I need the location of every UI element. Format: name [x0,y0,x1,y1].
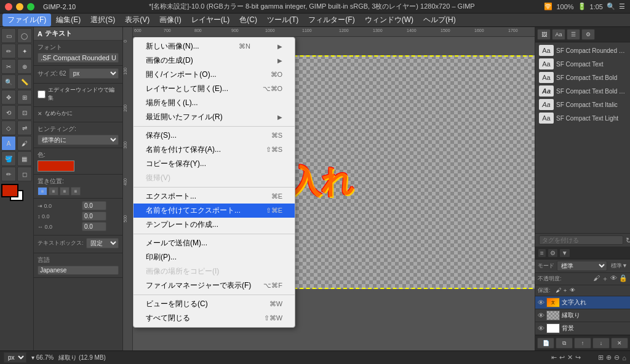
unit-select[interactable]: px [4,352,26,363]
tool-text[interactable]: A [1,136,16,151]
menu-item-recent[interactable]: 最近開いたファイル(R) ▶ [134,110,295,124]
hinting-select[interactable]: 標準的に [38,135,119,145]
tool-measure[interactable]: 📏 [17,74,32,89]
panel-btn-1[interactable]: 🖼 [537,29,551,40]
maximize-button[interactable] [27,3,34,10]
font-item-6[interactable]: Aa SF Compact Text Light [536,111,629,125]
tool-free-select[interactable]: ✏ [1,44,16,58]
panel-btn-3[interactable]: ☰ [567,29,580,40]
menu-item-save-as[interactable]: 名前を付けて保存(A)... ⇧⌘S [134,143,295,157]
menu-item-send-email[interactable]: メールで送信(M)... [134,236,295,250]
menu-layer[interactable]: レイヤー(L) [186,14,235,26]
menu-windows[interactable]: ウィンドウ(W) [360,14,418,26]
menu-image[interactable]: 画像(I) [154,14,186,26]
tool-move[interactable]: ✥ [1,90,16,105]
indent-input[interactable] [82,201,106,210]
tool-eraser[interactable]: ◻ [17,167,32,181]
size-unit-select[interactable]: px [69,68,119,79]
tool-pencil[interactable]: ✏ [1,167,16,181]
layer-item-text[interactable]: 👁 文 文字入れ [535,296,630,309]
panel-btn-2[interactable]: Aa [552,29,565,40]
font-item-3[interactable]: Aa SF Compact Text Bold [536,71,629,84]
nav-home[interactable]: ⌂ [622,354,626,362]
font-item-4[interactable]: Aa SF Compact Text Bold Ita... [536,84,629,98]
nav-zoom-out[interactable]: ⊖ [614,354,620,362]
tool-color-picker[interactable]: 🔍 [1,74,16,89]
menu-item-export-as[interactable]: 名前を付けてエクスポート... ⇧⌘E [134,204,295,218]
menu-item-open-location[interactable]: 場所を開く(L)... [134,96,295,110]
menu-item-open-as-layer[interactable]: レイヤーとして開く(E)... ⌥⌘O [134,82,295,96]
menu-item-close-view[interactable]: ビューを閉じる(C) ⌘W [134,297,295,311]
fg-color-swatch[interactable] [1,184,18,197]
nav-undo[interactable]: ↩ [559,354,565,362]
tool-blend[interactable]: ▦ [17,151,32,166]
tool-perspective[interactable]: ◇ [1,121,16,135]
font-item-2[interactable]: Aa SF Compact Text [536,57,629,71]
text-color-swatch[interactable] [38,160,74,172]
nav-zoom-in[interactable]: ⊕ [606,354,612,362]
menu-icon[interactable]: ☰ [619,2,625,10]
layer-item-bg[interactable]: 👁 背景 [535,322,630,335]
layer-up-btn[interactable]: ↑ [574,338,591,349]
align-left-btn[interactable]: ≡ [38,187,47,196]
menu-item-save-copy[interactable]: コピーを保存(Y)... [134,157,295,171]
menu-item-file-manager[interactable]: ファイルマネージャーで表示(F) ⌥⌘F [134,279,295,293]
layer-new-btn[interactable]: 📄 [537,338,554,349]
menu-filters[interactable]: フィルター(F) [303,14,359,26]
window-controls[interactable] [5,3,34,10]
layer-down-btn[interactable]: ↓ [592,338,610,349]
layer-delete-btn[interactable]: ✕ [611,338,628,349]
tool-fuzzy-select[interactable]: ✦ [17,44,32,58]
menu-item-open[interactable]: 開く/インポート(O)... ⌘O [134,68,295,82]
menu-item-save[interactable]: 保存(S)... ⌘S [134,129,295,143]
tool-bucket[interactable]: 🪣 [1,151,16,166]
tool-scissors[interactable]: ✂ [1,59,16,74]
paint-icon[interactable]: 🖌 [593,274,600,283]
close-button[interactable] [5,3,12,10]
canvas-viewport[interactable]: 文字入れ 新しい画像(N)... ⌘N ▶ 画像の生成(D) ▶ 開 [133,37,535,350]
editor-checkbox[interactable] [38,90,46,98]
tool-align[interactable]: ⊞ [17,90,32,105]
tool-flip[interactable]: ⇌ [17,121,32,135]
tool-rect-select[interactable]: ▭ [1,28,16,43]
align-justify-btn[interactable]: ≡ [71,187,81,196]
add-icon[interactable]: ＋ [602,274,608,283]
linespace-input[interactable] [82,212,106,221]
layer-item-border[interactable]: 👁 縁取り [535,309,630,322]
align-center-btn[interactable]: ≡ [49,187,58,196]
lock-icon[interactable]: 🔒 [619,274,628,283]
menu-item-template[interactable]: テンプレートの作成... [134,218,295,232]
refresh-icon[interactable]: ↻ [626,236,630,245]
menu-item-new[interactable]: 新しい画像(N)... ⌘N ▶ [134,39,295,53]
minimize-button[interactable] [16,3,23,10]
font-item-5[interactable]: Aa SF Compact Text Italic [536,98,629,111]
tool-crop[interactable]: ⊡ [17,105,32,120]
menu-item-revert[interactable]: 復帰(V) [134,171,295,185]
menu-help[interactable]: ヘルプ(H) [418,14,461,26]
search-icon[interactable]: 🔍 [607,2,615,10]
menu-color[interactable]: 色(C) [234,14,262,26]
fg-bg-colors[interactable] [1,184,28,206]
layer-copy-btn[interactable]: ⧉ [556,338,573,349]
tool-fg-select[interactable]: ⊕ [17,59,32,74]
menu-item-print[interactable]: 印刷(P)... [134,250,295,264]
menu-item-export[interactable]: エクスポート... ⌘E [134,189,295,204]
menu-tools[interactable]: ツール(T) [262,14,303,26]
menu-item-create[interactable]: 画像の生成(D) ▶ [134,53,295,68]
letterspace-input[interactable] [82,222,106,231]
menu-edit[interactable]: 編集(E) [51,14,86,26]
mode-select[interactable]: 標準 [557,261,607,271]
font-field[interactable] [38,53,119,63]
tool-ellipse-select[interactable]: ◯ [17,28,32,43]
menu-item-copy-page[interactable]: 画像の場所をコピー(I) [134,264,295,279]
menu-view[interactable]: 表示(V) [120,14,154,26]
font-item-1[interactable]: Aa SF Compact Rounded Ult... [536,44,629,57]
tool-transform[interactable]: ⟲ [1,105,16,120]
layer-eye-text[interactable]: 👁 [538,299,544,306]
menu-select[interactable]: 選択(S) [86,14,120,26]
tool-paint[interactable]: 🖌 [17,136,32,151]
menu-item-close-all[interactable]: すべて閉じる ⇧⌘W [134,311,295,325]
nav-redo[interactable]: ↪ [575,354,581,362]
nav-zoom-fit[interactable]: ⊞ [598,354,604,362]
textbox-select[interactable]: 固定 [86,238,119,248]
